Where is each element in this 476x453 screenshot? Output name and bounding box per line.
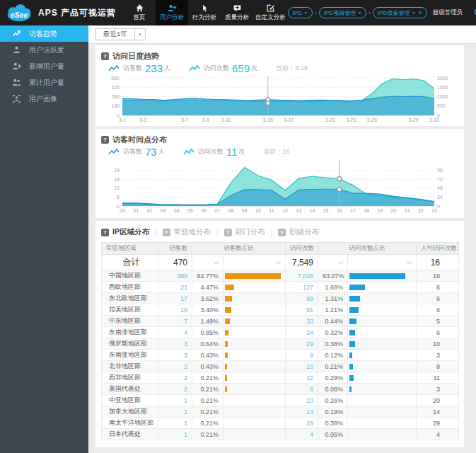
- legend-value: 233: [145, 62, 163, 74]
- breadcrumb-separator: ›: [315, 9, 317, 16]
- nav-item-user-analysis[interactable]: 用户分析: [156, 0, 188, 25]
- total-cell: --: [318, 255, 348, 270]
- visits-pct-cell: 0.21%: [318, 361, 348, 372]
- visits-count-link[interactable]: 33: [286, 316, 318, 327]
- region-cell: 拉美地区部: [102, 304, 158, 316]
- total-cell: 合计: [102, 255, 158, 270]
- region-cell: 东北欧地区部: [102, 293, 158, 304]
- panel-title: 访问日度趋势: [112, 51, 159, 62]
- table-row: 东北欧地区部173.62%991.31%6: [102, 293, 459, 304]
- filter-pill-ipd[interactable]: IPD▼: [288, 7, 313, 18]
- visitors-count-link[interactable]: 1: [158, 418, 192, 429]
- visitors-count-link[interactable]: 7: [158, 316, 192, 327]
- region-table-panel: ?IP区域分布|?常驻地分布|?部门分布|?职级分布 常驻地区域访客数访客数占比…: [95, 221, 464, 447]
- visitors-bar-cell: [224, 418, 286, 429]
- visitors-count-link[interactable]: 2: [158, 361, 192, 372]
- visitors-count-link[interactable]: 21: [158, 282, 192, 293]
- sidebar-item-new-users[interactable]: 新增用户量: [0, 58, 88, 74]
- help-icon[interactable]: ?: [101, 52, 109, 60]
- svg-text:06: 06: [201, 208, 207, 213]
- visitors-count-link[interactable]: 17: [158, 293, 192, 304]
- visitors-count-link[interactable]: 3: [158, 338, 192, 350]
- date-range-select[interactable]: 最近1年 ▼: [95, 28, 146, 40]
- visits-pct-cell: 0.38%: [318, 418, 348, 429]
- visitors-count-link[interactable]: 3: [158, 350, 192, 361]
- chevron-down-icon[interactable]: ▼: [358, 11, 361, 15]
- hourly-distribution-chart[interactable]: 0612182402448729600010203040506070809101…: [101, 159, 458, 221]
- legend-item: 访客数73人: [108, 146, 165, 158]
- visitors-count-link[interactable]: 1: [158, 395, 192, 406]
- visits-bar-cell: [348, 361, 417, 372]
- visitors-bar: [225, 386, 227, 392]
- visits-bar-cell: [348, 293, 417, 304]
- visitors-count-link[interactable]: 389: [158, 270, 192, 282]
- tab-ip-region[interactable]: ?IP区域分布: [101, 227, 149, 237]
- visits-count-link[interactable]: 22: [286, 372, 318, 384]
- nav-item-custom-analysis[interactable]: 自定义分析: [253, 0, 288, 25]
- help-icon: ?: [163, 229, 170, 236]
- legend-item: 访问次数659次: [189, 62, 257, 74]
- sidebar-item-visitor-trend[interactable]: 访客趋势: [0, 25, 88, 42]
- tab-residence[interactable]: ?常驻地分布: [163, 227, 211, 237]
- chevron-down-icon[interactable]: ▼: [304, 11, 308, 15]
- visitors-count-link[interactable]: 2: [158, 372, 192, 384]
- nav-item-label: 用户分析: [160, 13, 184, 22]
- visits-count-link[interactable]: 127: [286, 282, 318, 293]
- visits-count-link[interactable]: 99: [286, 293, 318, 304]
- chevron-down-icon[interactable]: ▼: [412, 11, 415, 15]
- filter-pill-ipd-quality[interactable]: IPD质量管理▼×: [373, 7, 427, 18]
- svg-text:08: 08: [228, 208, 233, 213]
- svg-text:3-23: 3-23: [346, 117, 356, 122]
- visitors-count-link[interactable]: 16: [158, 304, 192, 316]
- visits-bar-cell: [348, 338, 417, 350]
- nav-item-home[interactable]: 首页: [123, 0, 156, 25]
- search-icon[interactable]: [473, 8, 476, 18]
- visits-pct-cell: 0.05%: [318, 429, 348, 440]
- nav-item-label: 质量分析: [225, 13, 249, 22]
- visits-pct-cell: 0.38%: [318, 338, 348, 350]
- daily-trend-chart[interactable]: 014028042056005001000150020003-13-33-73-…: [101, 75, 458, 130]
- visitors-pct-cell: 3.40%: [192, 304, 224, 316]
- sidebar-item-user-portrait[interactable]: 用户画像: [0, 91, 88, 107]
- table-row: 西非地区部20.21%220.29%11: [102, 372, 459, 384]
- visitors-bar-cell: [224, 429, 286, 440]
- esee-logo[interactable]: eSee: [4, 4, 35, 22]
- total-cell: --: [348, 255, 417, 270]
- sidebar-item-total-users[interactable]: 累计用户量: [0, 74, 88, 91]
- table-row: 北非地区部20.43%160.21%8: [102, 361, 459, 372]
- visits-count-link[interactable]: 91: [286, 304, 318, 316]
- legend-unit: 次: [251, 64, 257, 73]
- visits-count-link[interactable]: 20: [286, 395, 318, 406]
- help-icon[interactable]: ?: [101, 136, 109, 144]
- visitors-count-link[interactable]: 1: [158, 406, 192, 418]
- visitors-count-link[interactable]: 4: [158, 327, 192, 338]
- tab-rank[interactable]: ?职级分布: [278, 227, 319, 237]
- tab-department[interactable]: ?部门分布: [224, 227, 265, 237]
- nav-item-label: 行为分析: [192, 13, 216, 22]
- chevron-down-icon[interactable]: ▼: [135, 28, 146, 40]
- visits-count-link[interactable]: 9: [286, 350, 318, 361]
- visitors-count-link[interactable]: 1: [158, 429, 192, 440]
- visits-count-link[interactable]: 14: [286, 406, 318, 418]
- visits-count-link[interactable]: 6: [286, 384, 318, 395]
- filter-pill-label: IPD项目管理: [324, 9, 356, 17]
- visits-count-link[interactable]: 16: [286, 361, 318, 372]
- visits-count-link[interactable]: 4: [286, 429, 318, 440]
- svg-text:12: 12: [282, 208, 288, 213]
- zigzag-line-icon: [108, 149, 120, 156]
- visits-count-link[interactable]: 29: [286, 338, 318, 350]
- region-cell: 西非地区部: [102, 372, 158, 384]
- visitors-count-link[interactable]: 2: [158, 384, 192, 395]
- visits-count-link[interactable]: 29: [286, 418, 318, 429]
- nav-item-quality-analysis[interactable]: 质量分析: [221, 0, 253, 25]
- visits-count-link[interactable]: 24: [286, 327, 318, 338]
- visitors-bar: [225, 330, 228, 336]
- svg-text:24: 24: [114, 168, 120, 173]
- filter-pill-ipd-project[interactable]: IPD项目管理▼: [319, 7, 366, 18]
- nav-item-behavior-analysis[interactable]: 行为分析: [188, 0, 221, 25]
- sidebar-item-user-activity[interactable]: 用户活跃度: [0, 42, 88, 58]
- svg-text:00: 00: [120, 208, 125, 213]
- visits-count-link[interactable]: 7,026: [286, 270, 318, 282]
- svg-text:10: 10: [255, 208, 261, 213]
- close-icon[interactable]: ×: [418, 10, 422, 16]
